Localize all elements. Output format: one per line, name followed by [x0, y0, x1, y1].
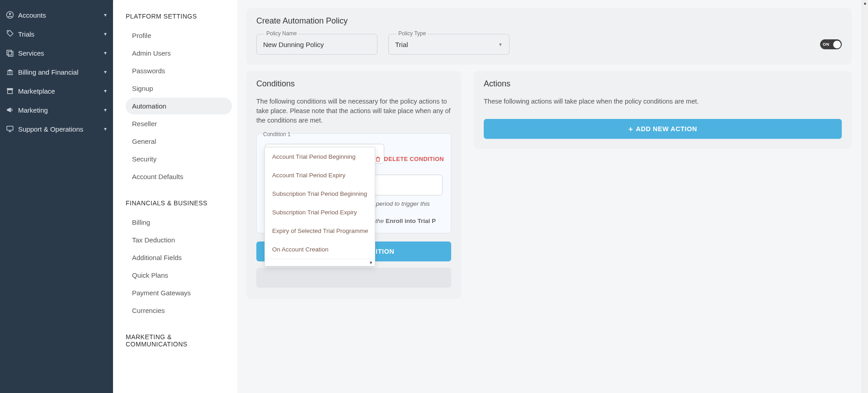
- settings-list-financials: Billing Tax Deduction Additional Fields …: [126, 214, 232, 319]
- settings-item-automation[interactable]: Automation: [126, 98, 232, 114]
- select-value: Trial: [395, 41, 408, 48]
- sidebar-item-marketing[interactable]: Marketing ▾: [0, 100, 113, 119]
- settings-item-signup[interactable]: Signup: [126, 80, 232, 97]
- layers-icon: [5, 49, 15, 57]
- dropdown-option[interactable]: Subscription Trial Period Beginning: [265, 185, 375, 203]
- settings-column: PLATFORM SETTINGS Profile Admin Users Pa…: [113, 0, 237, 393]
- svg-rect-9: [7, 126, 13, 130]
- settings-item-reseller[interactable]: Reseller: [126, 115, 232, 132]
- settings-item-quick-plans[interactable]: Quick Plans: [126, 267, 232, 284]
- sidebar-item-services[interactable]: Services ▾: [0, 43, 113, 62]
- disabled-secondary-button: [256, 268, 451, 288]
- sidebar-item-label: Accounts: [18, 11, 104, 19]
- sidebar-item-label: Support & Operations: [18, 125, 104, 133]
- card-title: Actions: [484, 79, 842, 89]
- conditions-description: The following conditions will be necessa…: [256, 97, 451, 125]
- scroll-up-icon[interactable]: ▲: [863, 1, 867, 5]
- settings-item-passwords[interactable]: Passwords: [126, 62, 232, 79]
- sidebar-item-label: Marketing: [18, 106, 104, 114]
- person-circle-icon: [5, 11, 15, 19]
- dropdown-option[interactable]: Account Trial Period Expiry: [265, 166, 375, 185]
- chevron-down-icon: ▾: [104, 69, 107, 75]
- field-label: Policy Type: [395, 30, 429, 37]
- chevron-down-icon: ▾: [104, 31, 107, 37]
- delete-condition-label: DELETE CONDITION: [384, 156, 444, 162]
- caret-down-icon[interactable]: ▼: [369, 260, 373, 265]
- sidebar-item-trials[interactable]: Trials ▾: [0, 24, 113, 43]
- settings-item-admin-users[interactable]: Admin Users: [126, 45, 232, 62]
- chevron-down-icon: ▾: [104, 50, 107, 56]
- svg-point-1: [9, 13, 11, 15]
- condition-label: Condition 1: [263, 130, 291, 137]
- sidebar-item-label: Trials: [18, 30, 104, 38]
- caret-down-icon: ▼: [498, 42, 503, 47]
- chevron-down-icon: ▾: [104, 126, 107, 132]
- field-label: Policy Name: [263, 30, 300, 37]
- create-policy-card: Create Automation Policy Policy Name Pol…: [246, 8, 852, 65]
- add-action-button[interactable]: + ADD NEW ACTION: [484, 119, 842, 139]
- settings-section-title: PLATFORM SETTINGS: [126, 13, 232, 20]
- svg-point-2: [8, 31, 9, 32]
- sidebar-item-label: Billing and Financial: [18, 68, 104, 76]
- toggle-on-label: ON: [823, 42, 830, 47]
- settings-item-currencies[interactable]: Currencies: [126, 302, 232, 319]
- main-sidebar: Accounts ▾ Trials ▾ Services ▾ Billing a…: [0, 0, 113, 393]
- dropdown-option[interactable]: Expiry of Selected Trial Programme: [265, 222, 375, 240]
- chevron-down-icon: ▾: [104, 107, 107, 113]
- settings-item-account-defaults[interactable]: Account Defaults: [126, 168, 232, 185]
- card-title: Create Automation Policy: [256, 16, 842, 26]
- dropdown-option[interactable]: On Account Creation: [265, 240, 375, 259]
- settings-item-tax-deduction[interactable]: Tax Deduction: [126, 232, 232, 248]
- svg-rect-4: [8, 52, 13, 57]
- sidebar-item-label: Marketplace: [18, 87, 104, 95]
- add-action-label: ADD NEW ACTION: [636, 125, 697, 133]
- page-scrollbar[interactable]: ▲: [862, 0, 868, 393]
- bank-icon: [5, 68, 15, 76]
- toggle-knob: [833, 41, 841, 48]
- policy-type-field: Policy Type Trial ▼: [388, 34, 509, 55]
- delete-condition-button[interactable]: DELETE CONDITION: [375, 156, 444, 162]
- trash-icon: [375, 156, 381, 162]
- policy-enabled-toggle[interactable]: ON: [820, 39, 842, 49]
- plus-icon: +: [628, 125, 633, 133]
- sidebar-item-label: Services: [18, 49, 104, 57]
- settings-section-title: FINANCIALS & BUSINESS: [126, 199, 232, 207]
- settings-item-payment-gateways[interactable]: Payment Gateways: [126, 284, 232, 301]
- settings-item-billing[interactable]: Billing: [126, 214, 232, 231]
- sidebar-item-support[interactable]: Support & Operations ▾: [0, 119, 113, 138]
- policy-type-select[interactable]: Trial ▼: [388, 34, 509, 55]
- svg-rect-5: [8, 71, 9, 74]
- condition-dropdown[interactable]: Account Trial Period Beginning Account T…: [264, 147, 375, 266]
- store-icon: [5, 87, 15, 95]
- settings-section-title: MARKETING & COMMUNICATIONS: [126, 333, 232, 348]
- settings-list-platform: Profile Admin Users Passwords Signup Aut…: [126, 27, 232, 185]
- svg-rect-7: [12, 71, 13, 74]
- dropdown-footer: ▼: [265, 259, 375, 266]
- actions-description: These following actions will take place …: [484, 97, 842, 106]
- settings-item-profile[interactable]: Profile: [126, 27, 232, 44]
- sidebar-item-accounts[interactable]: Accounts ▾: [0, 5, 113, 24]
- chevron-down-icon: ▾: [104, 12, 107, 18]
- policy-name-field: Policy Name: [256, 34, 377, 55]
- chevron-down-icon: ▾: [104, 88, 107, 94]
- sidebar-item-marketplace[interactable]: Marketplace ▾: [0, 81, 113, 100]
- actions-card: Actions These following actions will tak…: [474, 71, 852, 149]
- monitor-icon: [5, 125, 15, 133]
- dropdown-option[interactable]: Account Trial Period Beginning: [265, 147, 375, 166]
- settings-item-additional-fields[interactable]: Additional Fields: [126, 249, 232, 266]
- tag-icon: [5, 30, 15, 38]
- svg-rect-8: [7, 74, 13, 75]
- svg-rect-6: [9, 71, 10, 74]
- settings-item-security[interactable]: Security: [126, 151, 232, 167]
- sidebar-item-billing[interactable]: Billing and Financial ▾: [0, 62, 113, 81]
- megaphone-icon: [5, 106, 15, 114]
- policy-name-input[interactable]: [256, 34, 377, 55]
- svg-rect-3: [7, 50, 12, 55]
- dropdown-option[interactable]: Subscription Trial Period Expiry: [265, 203, 375, 222]
- settings-item-general[interactable]: General: [126, 133, 232, 150]
- card-title: Conditions: [256, 79, 451, 89]
